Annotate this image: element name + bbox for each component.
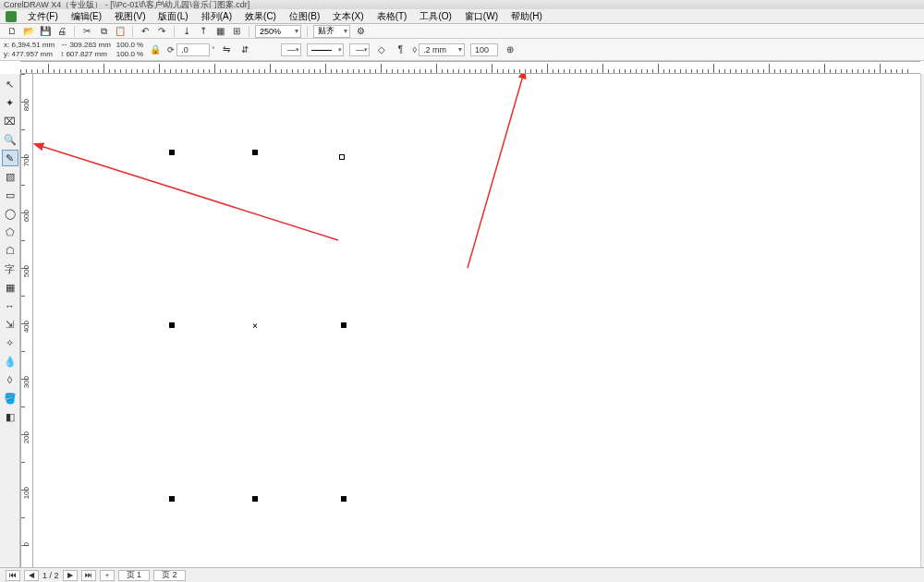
- handle-tl[interactable]: [169, 150, 175, 155]
- save-button[interactable]: 💾: [39, 25, 52, 38]
- menu-window[interactable]: 窗口(W): [459, 10, 504, 23]
- handle-tm[interactable]: [252, 150, 258, 155]
- drawing-canvas[interactable]: ×: [33, 74, 920, 567]
- export-button[interactable]: ⤒: [197, 25, 210, 38]
- property-bar: x: 6,394.51 mm y: 477.957 mm ↔ 309.283 m…: [0, 39, 924, 61]
- auto-close-button[interactable]: ◇: [375, 43, 388, 56]
- ellipse-tool[interactable]: ◯: [2, 205, 18, 222]
- open-button[interactable]: 📂: [22, 25, 35, 38]
- dimension-tool[interactable]: ↔: [2, 297, 18, 314]
- zoom-tool[interactable]: 🔍: [2, 131, 18, 148]
- interactive-tool[interactable]: ✧: [2, 334, 18, 351]
- mirror-v-button[interactable]: ⇵: [238, 43, 251, 56]
- basic-shapes-tool[interactable]: ☖: [2, 242, 18, 259]
- menu-text[interactable]: 文本(X): [327, 10, 369, 23]
- copy-button[interactable]: ⧉: [97, 25, 110, 38]
- page-next-button[interactable]: ▶: [63, 570, 78, 581]
- redo-button[interactable]: ↷: [155, 25, 168, 38]
- text-tool[interactable]: 字: [2, 261, 18, 277]
- shape-tool[interactable]: ✦: [2, 94, 18, 111]
- toolbox: ↖ ✦ ⌧ 🔍 ✎ ▧ ▭ ◯ ⬠ ☖ 字 ▦ ↔ ⇲ ✧ 💧 ◊ 🪣 ◧: [0, 74, 20, 567]
- app-logo-icon: [6, 11, 17, 22]
- selection-center-icon: ×: [252, 321, 258, 331]
- options-button[interactable]: ⚙: [354, 25, 367, 38]
- handle-br[interactable]: [341, 496, 346, 502]
- menu-view[interactable]: 视图(V): [109, 10, 151, 23]
- interactive-fill-tool[interactable]: ◧: [2, 408, 18, 425]
- line-style-combo[interactable]: [307, 43, 344, 56]
- start-arrow-combo[interactable]: —: [281, 43, 301, 56]
- scale-readout: 100.0 % 100.0 %: [116, 41, 143, 59]
- handle-bm[interactable]: [252, 496, 258, 502]
- snap-combo[interactable]: 贴齐: [313, 25, 350, 38]
- paste-button[interactable]: 📋: [114, 25, 127, 38]
- menu-file[interactable]: 文件(F): [22, 10, 64, 23]
- menu-tools[interactable]: 工具(O): [414, 10, 456, 23]
- polygon-tool[interactable]: ⬠: [2, 224, 18, 240]
- divider: [249, 26, 249, 37]
- end-arrow-combo[interactable]: —: [349, 43, 370, 56]
- outline-width-icon: ◊: [412, 45, 416, 55]
- pick-tool[interactable]: ↖: [2, 76, 18, 92]
- wrap-text-button[interactable]: ¶: [394, 43, 407, 56]
- smart-fill-tool[interactable]: ▧: [2, 168, 18, 185]
- drawn-line: [172, 157, 310, 212]
- line-end-a[interactable]: [339, 154, 345, 160]
- mirror-h-button[interactable]: ⇋: [220, 43, 233, 56]
- page-add-button[interactable]: ＋: [100, 570, 115, 581]
- outline-tool[interactable]: ◊: [2, 371, 18, 388]
- size-readout: ↔ 309.283 mm ↕ 607.827 mm: [60, 41, 111, 59]
- standard-toolbar: 🗋 📂 💾 🖨 ✂ ⧉ 📋 ↶ ↷ ⤓ ⤒ ▦ ⊞ 250% 贴齐 ⚙: [0, 24, 924, 39]
- page-counter: 1 / 2: [43, 571, 59, 580]
- duplicate-spinner[interactable]: ⊕: [504, 43, 517, 56]
- menu-effects[interactable]: 效果(C): [239, 10, 282, 23]
- import-button[interactable]: ⤓: [180, 25, 193, 38]
- new-button[interactable]: 🗋: [6, 25, 18, 38]
- divider: [132, 26, 133, 37]
- handle-mr[interactable]: [341, 322, 346, 328]
- menu-help[interactable]: 帮助(H): [505, 10, 548, 23]
- position-readout: x: 6,394.51 mm y: 477.957 mm: [4, 41, 55, 59]
- welcome-button[interactable]: ⊞: [230, 25, 243, 38]
- page-first-button[interactable]: ⏮: [6, 570, 20, 581]
- freehand-tool[interactable]: ✎: [2, 150, 18, 166]
- rectangle-tool[interactable]: ▭: [2, 187, 18, 203]
- menu-bitmap[interactable]: 位图(B): [284, 10, 325, 23]
- undo-button[interactable]: ↶: [139, 25, 152, 38]
- zoom-combo[interactable]: 250%: [255, 25, 301, 38]
- handle-bl[interactable]: [169, 496, 175, 502]
- menu-table[interactable]: 表格(T): [371, 10, 413, 23]
- menu-layout[interactable]: 版面(L): [152, 10, 193, 23]
- connector-tool[interactable]: ⇲: [2, 316, 18, 333]
- menu-edit[interactable]: 编辑(E): [66, 10, 107, 23]
- lock-ratio-button[interactable]: 🔒: [149, 43, 162, 56]
- app-launcher-button[interactable]: ▦: [213, 25, 226, 38]
- page-prev-button[interactable]: ◀: [24, 570, 39, 581]
- status-bar: ⏮ ◀ 1 / 2 ▶ ⏭ ＋ 页 1 页 2: [0, 567, 924, 582]
- menu-arrange[interactable]: 排列(A): [196, 10, 237, 23]
- cut-button[interactable]: ✂: [80, 25, 93, 38]
- menu-bar: 文件(F) 编辑(E) 视图(V) 版面(L) 排列(A) 效果(C) 位图(B…: [0, 9, 924, 24]
- rotate-icon: ⟳: [167, 45, 175, 55]
- crop-tool[interactable]: ⌧: [2, 113, 18, 129]
- divider: [74, 26, 75, 37]
- svg-line-1: [468, 76, 523, 268]
- page-tab-2[interactable]: 页 2: [153, 570, 186, 581]
- eyedropper-tool[interactable]: 💧: [2, 353, 18, 370]
- rotation-input[interactable]: .0: [176, 43, 210, 56]
- page-tab-1[interactable]: 页 1: [118, 570, 151, 581]
- horizontal-ruler[interactable]: 6100620063006400650066006700680069007000…: [20, 61, 920, 74]
- title-bar: CorelDRAW X4（专业版） - [\\Pc-01\f\客户\幼儿园\音乐…: [0, 0, 924, 9]
- color-palette[interactable]: [920, 74, 924, 567]
- copies-input[interactable]: 100: [470, 43, 498, 56]
- divider: [174, 26, 175, 37]
- outline-width-combo[interactable]: .2 mm: [419, 43, 465, 56]
- canvas-content: [33, 74, 310, 212]
- vertical-ruler[interactable]: 8007006005004003002001000: [20, 74, 33, 567]
- handle-ml[interactable]: [169, 322, 175, 328]
- page-last-button[interactable]: ⏭: [81, 570, 96, 581]
- divider: [307, 26, 308, 37]
- table-tool[interactable]: ▦: [2, 279, 18, 296]
- print-button[interactable]: 🖨: [55, 25, 68, 38]
- fill-tool[interactable]: 🪣: [2, 390, 18, 406]
